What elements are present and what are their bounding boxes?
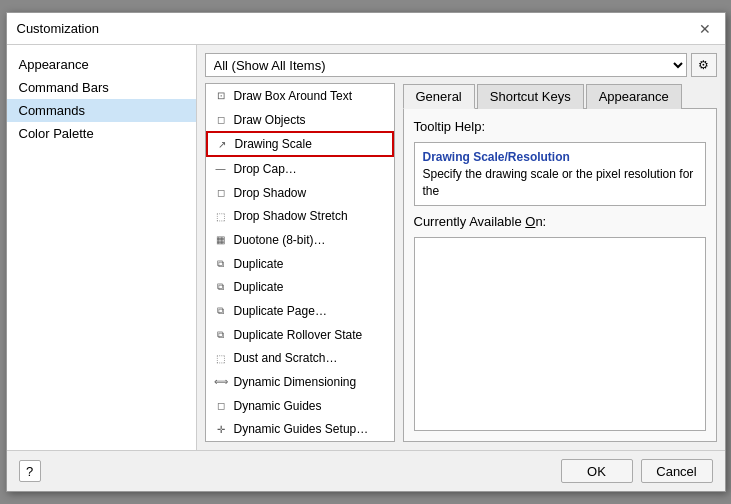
cmd-label-drop-shadow-stretch: Drop Shadow Stretch (234, 209, 348, 223)
cmd-item-duplicate-rollover[interactable]: ⧉Duplicate Rollover State (206, 323, 394, 347)
footer-left: ? (19, 460, 41, 482)
cmd-icon-drop-shadow: ◻ (213, 185, 229, 201)
cmd-item-dynamic-guides[interactable]: ◻Dynamic Guides (206, 394, 394, 418)
cmd-item-drop-shadow-stretch[interactable]: ⬚Drop Shadow Stretch (206, 204, 394, 228)
toolbar-icon-btn[interactable]: ⚙ (691, 53, 717, 77)
tooltip-body: Specify the drawing scale or the pixel r… (423, 166, 697, 200)
cmd-item-drawing-scale[interactable]: ↗Drawing Scale (206, 131, 394, 157)
tooltip-title: Drawing Scale/Resolution (423, 149, 697, 166)
cmd-label-duplicate-rollover: Duplicate Rollover State (234, 328, 363, 342)
tab-shortcut-keys[interactable]: Shortcut Keys (477, 84, 584, 109)
cancel-button[interactable]: Cancel (641, 459, 713, 483)
cmd-icon-duplicate2: ⧉ (213, 279, 229, 295)
left-panel: AppearanceCommand BarsCommandsColor Pale… (7, 45, 197, 450)
cmd-label-dynamic-guides-setup: Dynamic Guides Setup… (234, 422, 369, 436)
tooltip-box: Drawing Scale/Resolution Specify the dra… (414, 142, 706, 206)
cmd-label-dust-scratch: Dust and Scratch… (234, 351, 338, 365)
cmd-icon-dust-scratch: ⬚ (213, 350, 229, 366)
cmd-item-drop-cap[interactable]: —Drop Cap… (206, 157, 394, 181)
cmd-item-draw-objects[interactable]: ◻Draw Objects (206, 108, 394, 132)
cmd-item-duplicate[interactable]: ⧉Duplicate (206, 252, 394, 276)
cmd-label-duplicate2: Duplicate (234, 280, 284, 294)
help-button[interactable]: ? (19, 460, 41, 482)
cmd-label-duplicate-page: Duplicate Page… (234, 304, 327, 318)
dialog-title: Customization (17, 21, 99, 36)
cmd-icon-dynamic-guides-setup: ✛ (213, 421, 229, 437)
category-dropdown[interactable]: All (Show All Items) (205, 53, 687, 77)
tabs-row: GeneralShortcut KeysAppearance (403, 83, 717, 109)
cmd-item-duotone[interactable]: ▦Duotone (8-bit)… (206, 228, 394, 252)
available-on-label: Currently Available On: (414, 214, 706, 229)
cmd-label-drop-cap: Drop Cap… (234, 162, 297, 176)
available-box (414, 237, 706, 431)
detail-panel: GeneralShortcut KeysAppearance Tooltip H… (403, 83, 717, 442)
content-area: ⊡Draw Box Around Text◻Draw Objects↗Drawi… (205, 83, 717, 442)
dialog-footer: ? OK Cancel (7, 450, 725, 491)
tab-content: Tooltip Help: Drawing Scale/Resolution S… (403, 109, 717, 442)
settings-icon: ⚙ (698, 58, 709, 72)
cmd-item-dynamic-guides-setup[interactable]: ✛Dynamic Guides Setup… (206, 417, 394, 441)
cmd-item-duplicate-page[interactable]: ⧉Duplicate Page… (206, 299, 394, 323)
cmd-icon-draw-objects: ◻ (213, 112, 229, 128)
cmd-item-duplicate2[interactable]: ⧉Duplicate (206, 275, 394, 299)
cmd-item-dynamic-dim[interactable]: ⟺Dynamic Dimensioning (206, 370, 394, 394)
footer-right: OK Cancel (561, 459, 713, 483)
sidebar-item-commands[interactable]: Commands (7, 99, 196, 122)
ok-button[interactable]: OK (561, 459, 633, 483)
tab-appearance[interactable]: Appearance (586, 84, 682, 109)
cmd-label-draw-objects: Draw Objects (234, 113, 306, 127)
tab-general[interactable]: General (403, 84, 475, 109)
cmd-icon-drop-cap: — (213, 161, 229, 177)
cmd-icon-duplicate: ⧉ (213, 256, 229, 272)
toolbar-row: All (Show All Items) ⚙ (205, 53, 717, 77)
cmd-icon-duplicate-page: ⧉ (213, 303, 229, 319)
sidebar-item-command-bars[interactable]: Command Bars (7, 76, 196, 99)
cmd-item-dust-scratch[interactable]: ⬚Dust and Scratch… (206, 346, 394, 370)
sidebar-item-appearance[interactable]: Appearance (7, 53, 196, 76)
cmd-label-duotone: Duotone (8-bit)… (234, 233, 326, 247)
cmd-item-drop-shadow[interactable]: ◻Drop Shadow (206, 181, 394, 205)
cmd-label-dynamic-guides: Dynamic Guides (234, 399, 322, 413)
cmd-label-dynamic-dim: Dynamic Dimensioning (234, 375, 357, 389)
cmd-label-drop-shadow: Drop Shadow (234, 186, 307, 200)
cmd-icon-draw-box: ⊡ (213, 88, 229, 104)
cmd-icon-dynamic-guides: ◻ (213, 398, 229, 414)
cmd-label-draw-box: Draw Box Around Text (234, 89, 353, 103)
commands-list: ⊡Draw Box Around Text◻Draw Objects↗Drawi… (205, 83, 395, 442)
cmd-icon-drop-shadow-stretch: ⬚ (213, 208, 229, 224)
cmd-icon-dynamic-dim: ⟺ (213, 374, 229, 390)
cmd-label-duplicate: Duplicate (234, 257, 284, 271)
cmd-icon-duplicate-rollover: ⧉ (213, 327, 229, 343)
cmd-item-draw-box[interactable]: ⊡Draw Box Around Text (206, 84, 394, 108)
sidebar-item-color-palette[interactable]: Color Palette (7, 122, 196, 145)
customization-dialog: Customization ✕ AppearanceCommand BarsCo… (6, 12, 726, 492)
cmd-icon-duotone: ▦ (213, 232, 229, 248)
available-underline: O (525, 214, 535, 229)
available-label: Currently Available (414, 214, 526, 229)
dialog-body: AppearanceCommand BarsCommandsColor Pale… (7, 45, 725, 450)
title-bar: Customization ✕ (7, 13, 725, 45)
available-colon: n: (535, 214, 546, 229)
cmd-label-drawing-scale: Drawing Scale (235, 137, 312, 151)
right-panel: All (Show All Items) ⚙ ⊡Draw Box Around … (197, 45, 725, 450)
cmd-icon-drawing-scale: ↗ (214, 136, 230, 152)
close-button[interactable]: ✕ (695, 19, 715, 39)
tooltip-help-label: Tooltip Help: (414, 119, 706, 134)
